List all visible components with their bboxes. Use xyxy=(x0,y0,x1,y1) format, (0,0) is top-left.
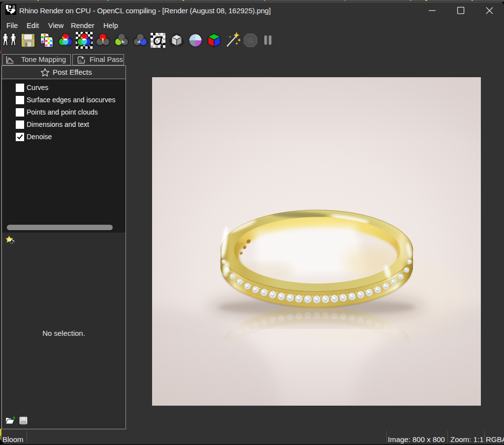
svg-text:8: 8 xyxy=(12,5,15,10)
